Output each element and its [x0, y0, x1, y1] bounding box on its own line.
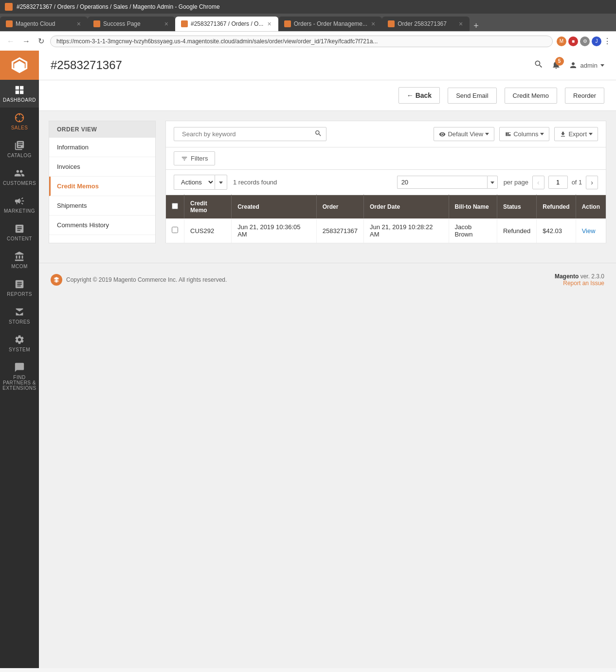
report-issue-link[interactable]: Report an Issue: [555, 280, 604, 287]
table-header: Credit Memo Created Order Order Date: [166, 195, 606, 219]
search-submit-button[interactable]: [314, 129, 322, 139]
sidebar-item-catalog[interactable]: Catalog: [0, 135, 39, 163]
send-email-button[interactable]: Send Email: [448, 88, 496, 104]
tab-close-3[interactable]: ×: [266, 19, 272, 29]
tab-close-2[interactable]: ×: [163, 19, 169, 29]
sidebar-item-label-marketing: Marketing: [4, 208, 35, 214]
user-menu-button[interactable]: admin: [569, 61, 604, 70]
table-header-row: Credit Memo Created Order Order Date: [166, 195, 606, 219]
row-checkbox[interactable]: [172, 227, 178, 233]
row-checkbox-cell: [166, 218, 184, 243]
row-order: 2583271367: [316, 218, 363, 243]
next-page-button[interactable]: ›: [586, 176, 598, 189]
search-input[interactable]: [178, 127, 314, 141]
browser-tab-2[interactable]: Success Page ×: [88, 17, 175, 31]
default-view-button[interactable]: Default View: [434, 127, 494, 141]
order-nav: ORDER VIEW Information Invoices Credit M…: [49, 121, 156, 243]
columns-chevron: [540, 133, 544, 135]
browser-tab-5[interactable]: Order 2583271367 ×: [382, 17, 470, 31]
col-header-order-date: Order Date: [364, 195, 449, 219]
notification-badge: 5: [555, 57, 564, 66]
order-nav-shipments[interactable]: Shipments: [49, 196, 155, 216]
sidebar-item-stores[interactable]: Stores: [0, 302, 39, 329]
system-icon: [14, 334, 25, 345]
reorder-button[interactable]: Reorder: [565, 88, 604, 104]
app-wrapper: Dashboard Sales Catalog Customers Market…: [0, 51, 616, 668]
tab-favicon-1: [6, 20, 13, 27]
row-created: Jun 21, 2019 10:36:05 AM: [232, 218, 317, 243]
export-button[interactable]: Export: [554, 127, 598, 141]
browser-tab-3[interactable]: #2583271367 / Orders / O... ×: [175, 17, 278, 31]
sidebar-item-dashboard[interactable]: Dashboard: [0, 80, 39, 108]
columns-button[interactable]: Columns: [499, 127, 549, 141]
sidebar-logo[interactable]: [0, 51, 39, 80]
new-tab-button[interactable]: +: [470, 21, 483, 31]
sidebar-item-reports[interactable]: Reports: [0, 274, 39, 302]
select-all-checkbox[interactable]: [172, 203, 178, 209]
per-page-dropdown-button[interactable]: [487, 176, 498, 189]
ext-more[interactable]: ⋮: [603, 36, 611, 46]
sidebar-item-system[interactable]: System: [0, 329, 39, 357]
reports-icon: [14, 279, 25, 290]
footer-version-label: Magento: [555, 273, 579, 280]
reload-button[interactable]: ↻: [36, 36, 46, 47]
search-wrap: [174, 127, 326, 141]
dashboard-icon: [14, 85, 25, 95]
page-number-input[interactable]: [548, 176, 568, 189]
row-order-date: Jun 21, 2019 10:28:22 AM: [364, 218, 449, 243]
address-bar[interactable]: [50, 36, 553, 47]
tab-favicon-2: [93, 20, 100, 27]
row-view-link[interactable]: View: [582, 227, 596, 235]
row-bill-to-name: Jacob Brown: [449, 218, 497, 243]
notification-button[interactable]: 5: [551, 60, 561, 71]
sidebar-item-find-partners[interactable]: Find Partners & Extensions: [0, 357, 39, 396]
ext-icon-3[interactable]: ⚙: [580, 36, 590, 46]
sidebar-item-label-stores: Stores: [9, 319, 30, 325]
per-page-chevron: [490, 182, 494, 184]
credit-memo-button[interactable]: Credit Memo: [505, 88, 557, 104]
sidebar-item-sales[interactable]: Sales: [0, 108, 39, 135]
forward-nav-button[interactable]: →: [20, 36, 32, 47]
sidebar-item-content[interactable]: Content: [0, 218, 39, 246]
sidebar-item-label-sales: Sales: [11, 125, 28, 130]
order-nav-information[interactable]: Information: [49, 138, 155, 157]
tab-close-1[interactable]: ×: [76, 19, 82, 29]
actions-row: Actions 1 records found: [165, 169, 606, 195]
browser-tab-1[interactable]: Magento Cloud ×: [0, 17, 88, 31]
actions-select[interactable]: Actions: [174, 175, 215, 190]
order-nav-credit-memos[interactable]: Credit Memos: [49, 177, 155, 196]
columns-label: Columns: [513, 130, 538, 138]
prev-page-button[interactable]: ‹: [532, 176, 544, 189]
sidebar-item-mcom[interactable]: MCOM: [0, 246, 39, 274]
ext-icon-4[interactable]: J: [592, 36, 601, 46]
col-header-order: Order: [316, 195, 363, 219]
actions-dropdown-button[interactable]: [215, 175, 227, 190]
col-header-refunded: Refunded: [537, 195, 576, 219]
sidebar-item-marketing[interactable]: Marketing: [0, 191, 39, 218]
data-table: Credit Memo Created Order Order Date: [165, 195, 606, 243]
tab-title-4: Orders - Order Manageme...: [294, 20, 367, 27]
tab-close-4[interactable]: ×: [370, 19, 376, 29]
page-footer: Copyright © 2019 Magento Commerce Inc. A…: [39, 263, 616, 296]
ext-icon-2[interactable]: ■: [568, 36, 578, 46]
back-nav-button[interactable]: ←: [5, 36, 17, 47]
browser-favicon: [5, 3, 13, 11]
col-header-action: Action: [576, 195, 606, 219]
table-toolbar: Default View Columns Export: [165, 121, 606, 147]
filters-button[interactable]: Filters: [174, 151, 215, 165]
page-of: of 1: [572, 179, 582, 186]
tab-title-5: Order 2583271367: [398, 20, 455, 27]
per-page-input[interactable]: [397, 176, 487, 189]
order-nav-invoices[interactable]: Invoices: [49, 157, 155, 177]
actions-dropdown-chevron: [219, 182, 223, 184]
marketing-icon: [14, 196, 25, 206]
search-icon[interactable]: [534, 59, 544, 72]
browser-tab-4[interactable]: Orders - Order Manageme... ×: [278, 17, 382, 31]
page-title: #2583271367: [51, 58, 122, 72]
tab-close-5[interactable]: ×: [458, 19, 464, 29]
ext-icon-1[interactable]: M: [557, 36, 566, 46]
sidebar-item-customers[interactable]: Customers: [0, 163, 39, 191]
svg-rect-1: [20, 86, 23, 90]
order-nav-comments-history[interactable]: Comments History: [49, 216, 155, 235]
back-button[interactable]: ← Back: [399, 87, 440, 104]
